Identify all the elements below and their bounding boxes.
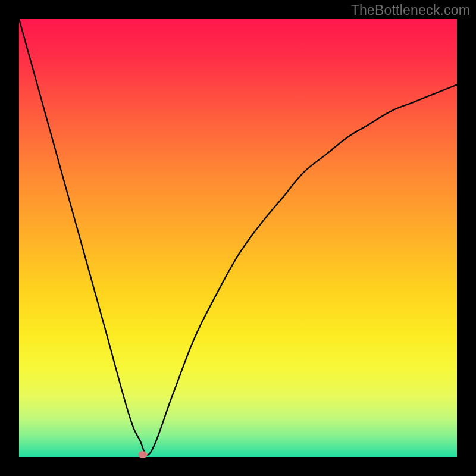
optimum-marker xyxy=(138,451,147,458)
curve-path xyxy=(19,19,457,455)
bottleneck-curve xyxy=(19,19,457,457)
chart-frame: TheBottleneck.com xyxy=(0,0,476,476)
plot-area xyxy=(19,19,457,457)
watermark-text: TheBottleneck.com xyxy=(351,2,470,18)
